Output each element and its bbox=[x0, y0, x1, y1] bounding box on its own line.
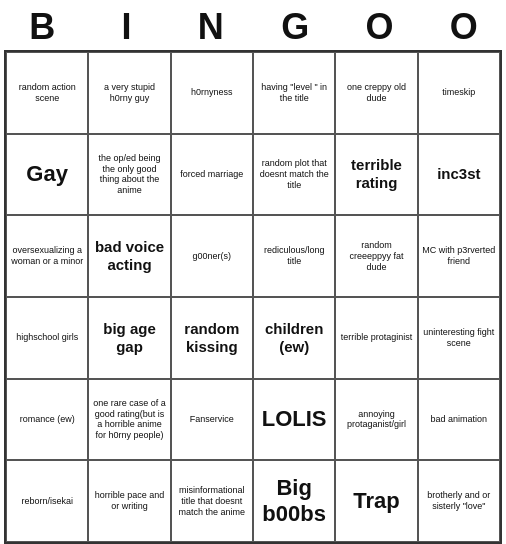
bingo-cell-26: Fanservice bbox=[171, 379, 253, 461]
header-letter-i: I bbox=[86, 6, 166, 48]
bingo-cell-35: brotherly and or sisterly "love" bbox=[418, 460, 500, 542]
bingo-cell-13: bad voice acting bbox=[88, 215, 170, 297]
bingo-cell-3: having "level " in the title bbox=[253, 52, 335, 134]
bingo-cell-28: annoying protaganist/girl bbox=[335, 379, 417, 461]
bingo-cell-6: Gay bbox=[6, 134, 88, 216]
bingo-cell-16: random creeeppyy fat dude bbox=[335, 215, 417, 297]
bingo-cell-17: MC with p3rverted friend bbox=[418, 215, 500, 297]
bingo-cell-20: random kissing bbox=[171, 297, 253, 379]
bingo-cell-21: children (ew) bbox=[253, 297, 335, 379]
bingo-cell-7: the op/ed being the only good thing abou… bbox=[88, 134, 170, 216]
bingo-cell-33: Big b00bs bbox=[253, 460, 335, 542]
bingo-cell-22: terrible protaginist bbox=[335, 297, 417, 379]
bingo-cell-18: highschool girls bbox=[6, 297, 88, 379]
bingo-cell-4: one creppy old dude bbox=[335, 52, 417, 134]
bingo-cell-12: oversexualizing a woman or a minor bbox=[6, 215, 88, 297]
bingo-cell-19: big age gap bbox=[88, 297, 170, 379]
header-letter-n: N bbox=[171, 6, 251, 48]
bingo-cell-5: timeskip bbox=[418, 52, 500, 134]
bingo-cell-34: Trap bbox=[335, 460, 417, 542]
bingo-cell-25: one rare case of a good rating(but is a … bbox=[88, 379, 170, 461]
bingo-cell-32: misinformational title that doesnt match… bbox=[171, 460, 253, 542]
bingo-header: BINGOO bbox=[0, 0, 506, 50]
header-letter-g: G bbox=[255, 6, 335, 48]
bingo-cell-29: bad animation bbox=[418, 379, 500, 461]
bingo-cell-24: romance (ew) bbox=[6, 379, 88, 461]
bingo-cell-9: random plot that doesnt match the title bbox=[253, 134, 335, 216]
bingo-cell-14: g00ner(s) bbox=[171, 215, 253, 297]
bingo-cell-10: terrible rating bbox=[335, 134, 417, 216]
bingo-cell-23: uninteresting fight scene bbox=[418, 297, 500, 379]
bingo-grid: random action scenea very stupid h0rny g… bbox=[4, 50, 502, 544]
bingo-cell-11: inc3st bbox=[418, 134, 500, 216]
bingo-cell-15: rediculous/long title bbox=[253, 215, 335, 297]
bingo-cell-31: horrible pace and or writing bbox=[88, 460, 170, 542]
header-letter-o: O bbox=[424, 6, 504, 48]
bingo-cell-27: LOLIS bbox=[253, 379, 335, 461]
header-letter-o: O bbox=[339, 6, 419, 48]
bingo-cell-8: forced marriage bbox=[171, 134, 253, 216]
header-letter-b: B bbox=[2, 6, 82, 48]
bingo-cell-1: a very stupid h0rny guy bbox=[88, 52, 170, 134]
bingo-cell-2: h0rnyness bbox=[171, 52, 253, 134]
bingo-cell-0: random action scene bbox=[6, 52, 88, 134]
bingo-cell-30: reborn/isekai bbox=[6, 460, 88, 542]
